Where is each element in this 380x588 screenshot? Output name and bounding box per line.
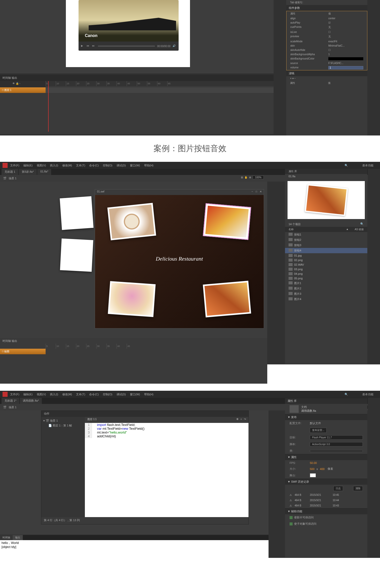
tab-timeline[interactable]: 时间轴 [0, 535, 13, 540]
photo-button-4[interactable] [203, 281, 251, 317]
workspace-dropdown[interactable]: 基本功能 [362, 164, 373, 167]
param-align[interactable]: aligncenter [287, 16, 367, 21]
photo-button-3[interactable] [108, 281, 156, 317]
menu-modify[interactable]: 修改(M) [62, 164, 72, 167]
stage-photo-cake[interactable] [60, 239, 93, 272]
library-item[interactable]: 图片1 [285, 281, 367, 286]
menu-modify[interactable]: 修改(M) [62, 393, 72, 396]
tools-panel[interactable] [368, 169, 380, 364]
menu-window[interactable]: 窗口(W) [130, 393, 140, 396]
menu-control[interactable]: 控制(O) [103, 393, 112, 396]
stage-color-row[interactable]: 舞台: [285, 472, 367, 479]
edit-tool-icon[interactable]: ⊞ [241, 176, 243, 179]
menu-debug[interactable]: 调试(D) [117, 164, 126, 167]
library-columns[interactable]: 名称▲AS 链接 [285, 227, 367, 232]
param-scalemode[interactable]: scaleModeexactFit [287, 39, 367, 44]
help-icon[interactable]: ↪ [244, 418, 246, 422]
photo-button-1[interactable] [107, 203, 156, 240]
size-row[interactable]: 大小: 500 x 400 像素 [285, 466, 367, 472]
menu-debug[interactable]: 调试(D) [117, 393, 126, 396]
stage-color-swatch[interactable] [310, 473, 316, 477]
menu-text[interactable]: 文本(T) [76, 164, 85, 167]
nav-layer-frame[interactable]: 📄 图层 1：第 1 帧 [43, 424, 83, 427]
library-tabs[interactable]: 属性 库 [285, 169, 367, 174]
find-icon[interactable]: ⟐ [240, 418, 242, 422]
param-volume[interactable]: volume1 [287, 65, 367, 70]
actions-tab[interactable]: 动作 [41, 411, 249, 417]
library-item[interactable]: 按钮3 [285, 243, 367, 248]
library-item[interactable]: 02.WAV [285, 262, 367, 267]
publish-settings-button[interactable]: 发布设置... [285, 426, 367, 434]
menu-view[interactable]: 视图(V) [37, 164, 46, 167]
library-item[interactable]: 02.png [285, 258, 367, 262]
param-skin[interactable]: skinMinimaFlatC... [287, 44, 367, 48]
timeline-track[interactable] [46, 87, 274, 93]
timeline-ruler[interactable]: 5 10 15 20 25 30 35 40 45 50 55 60 65 [46, 81, 274, 86]
filter-header[interactable]: 滤镜 [286, 70, 367, 76]
tab-untitled[interactable]: 无标题 1* [2, 398, 19, 404]
timeline-tab[interactable]: 时间轴 输出 [0, 338, 267, 344]
minimize-icon[interactable]: − [252, 190, 253, 194]
timeline-tab[interactable]: 时间轴 输出 [0, 75, 274, 81]
props-section[interactable]: ▼ 属性 [285, 454, 367, 460]
param-preview[interactable]: preview无 [287, 34, 367, 39]
publish-section[interactable]: ▼ 发布 [285, 414, 367, 420]
param-islive[interactable]: isLive☐ [287, 30, 367, 34]
param-cuepoints[interactable]: cuePoints无 [287, 25, 367, 30]
accessibility-children[interactable]: 使子对象可供访问 [285, 521, 367, 527]
scene-icon[interactable]: 🎬 [3, 177, 7, 180]
zoom-tool-icon[interactable]: ⊕ [249, 176, 251, 179]
library-item[interactable]: 05.png [285, 276, 367, 281]
script-row[interactable]: 脚本:ActionScript 3.0 [285, 441, 367, 448]
tab-untitled[interactable]: 无标题 1 [2, 169, 18, 175]
tab-function[interactable]: 调用函数.fla* [20, 398, 42, 404]
menu-help[interactable]: 帮助(H) [144, 393, 154, 396]
timeline-layer-1[interactable]: □ 图层 1 [0, 87, 46, 93]
library-item[interactable]: 01.jpg [285, 253, 367, 258]
library-item-selected[interactable]: 按钮4 [285, 248, 367, 253]
tab-lesson5[interactable]: 第5讲.fla* [19, 169, 37, 175]
search-icon[interactable]: 🔍 [360, 222, 364, 226]
nav-scene[interactable]: ▾ 🎬 场景 1 [43, 419, 83, 423]
menu-insert[interactable]: 插入(I) [50, 393, 58, 396]
tools-panel[interactable] [368, 398, 380, 557]
menu-file[interactable]: 文件(F) [10, 164, 19, 167]
library-item[interactable]: 图片2 [285, 286, 367, 291]
close-icon[interactable]: ✕ [260, 190, 262, 194]
pin-icon[interactable]: ⊕ [236, 418, 238, 422]
menu-file[interactable]: 文件(F) [10, 393, 19, 396]
library-item[interactable]: 图片4 [285, 297, 367, 302]
menu-edit[interactable]: 编辑(E) [23, 164, 33, 167]
menu-command[interactable]: 命令(C) [89, 393, 99, 396]
param-autoplay[interactable]: autoPlay☑ [287, 21, 367, 25]
menu-text[interactable]: 文本(T) [76, 393, 85, 396]
timeline-layer-tietu[interactable]: □ 贴图 [0, 349, 46, 354]
search-icon[interactable]: 🔍 [345, 164, 348, 167]
accessibility-section[interactable]: ▼ 辅助功能 [285, 508, 367, 514]
stage-photo-coffee[interactable] [60, 196, 93, 230]
library-doc-dropdown[interactable]: 01.fla [285, 174, 367, 179]
props-tabs[interactable]: 属性 库 [285, 398, 367, 404]
timeline-ruler[interactable]: 5 10 15 20 25 30 35 40 45 [46, 344, 267, 349]
fps-row[interactable]: FPS:50.00 [285, 460, 367, 466]
param-skinbgcolor[interactable]: skinBackgroundColor [287, 56, 367, 61]
volume-icon[interactable]: 🔊 [173, 44, 176, 48]
search-icon[interactable]: 🔍 [345, 393, 348, 396]
menu-command[interactable]: 命令(C) [89, 164, 99, 167]
library-item[interactable]: 按钮1 [285, 232, 367, 237]
menu-window[interactable]: 窗口(W) [130, 164, 140, 167]
class-row[interactable]: 类: [285, 448, 367, 454]
param-source[interactable]: sourceF:\FLASHC... [287, 61, 367, 65]
menu-control[interactable]: 控制(O) [103, 164, 112, 167]
photo-button-2[interactable] [203, 203, 251, 240]
menu-view[interactable]: 视图(V) [37, 393, 46, 396]
scene-icon[interactable]: 🎬 [3, 406, 7, 409]
maximize-icon[interactable]: □ [256, 190, 257, 194]
library-item[interactable]: 04.png [285, 271, 367, 276]
filter-add[interactable]: + ▾ − [286, 76, 367, 81]
prev-icon[interactable]: ⏮ [87, 44, 90, 48]
menu-edit[interactable]: 编辑(E) [23, 393, 33, 396]
flv-player[interactable]: Canon ▶ ⏮ ⏭ 00:00/00:00 🔊 [79, 0, 179, 51]
menu-insert[interactable]: 插入(I) [50, 164, 58, 167]
hand-icon[interactable]: ✋ [244, 176, 248, 179]
